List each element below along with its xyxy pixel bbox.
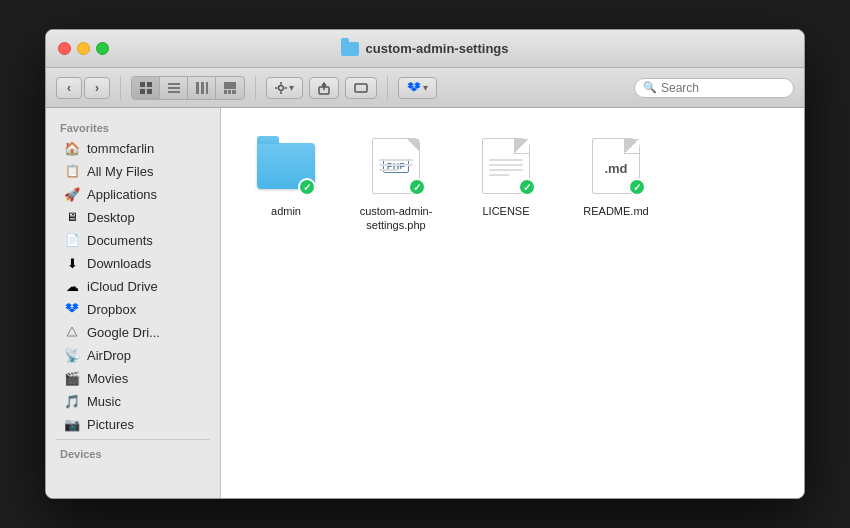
svg-rect-8	[201, 82, 204, 94]
license-file-lines	[489, 159, 523, 179]
movies-icon: 🎬	[64, 370, 80, 386]
sidebar-item-label: AirDrop	[87, 348, 131, 363]
dropbox-icon	[407, 82, 421, 94]
sidebar-item-label: Pictures	[87, 417, 134, 432]
sidebar-item-label: Downloads	[87, 256, 151, 271]
documents-icon: 📄	[64, 232, 80, 248]
sidebar-item-label: Applications	[87, 187, 157, 202]
file-label-php: custom-admin- settings.php	[360, 204, 433, 233]
svg-rect-21	[355, 84, 367, 92]
sidebar-item-google-drive[interactable]: Google Dri...	[50, 321, 216, 343]
sidebar-item-label: iCloud Drive	[87, 279, 158, 294]
file-icon-wrapper-php: PHP ✓	[364, 134, 428, 198]
sidebar-item-pictures[interactable]: 📷 Pictures	[50, 413, 216, 435]
file-line	[489, 169, 523, 171]
svg-rect-2	[140, 89, 145, 94]
sidebar-section-favorites: Favorites	[46, 118, 220, 136]
svg-rect-4	[168, 83, 180, 85]
sidebar-item-applications[interactable]: 🚀 Applications	[50, 183, 216, 205]
check-badge-admin: ✓	[298, 178, 316, 196]
sidebar-item-movies[interactable]: 🎬 Movies	[50, 367, 216, 389]
sidebar: Favorites 🏠 tommcfarlin 📋 All My Files 🚀…	[46, 108, 221, 498]
icloud-icon: ☁	[64, 278, 80, 294]
svg-rect-7	[196, 82, 199, 94]
list-view-button[interactable]	[160, 77, 188, 99]
search-input[interactable]	[661, 81, 785, 95]
md-label: .md	[604, 161, 627, 176]
svg-rect-12	[228, 90, 231, 94]
dropbox-button[interactable]: ▾	[398, 77, 437, 99]
check-badge-license: ✓	[518, 178, 536, 196]
home-icon: 🏠	[64, 140, 80, 156]
svg-rect-0	[140, 82, 145, 87]
file-line	[379, 164, 413, 166]
search-icon: 🔍	[643, 81, 657, 94]
svg-rect-1	[147, 82, 152, 87]
gear-icon	[275, 82, 287, 94]
dropbox-sidebar-icon	[64, 301, 80, 317]
sidebar-item-desktop[interactable]: 🖥 Desktop	[50, 206, 216, 228]
sidebar-item-icloud[interactable]: ☁ iCloud Drive	[50, 275, 216, 297]
window-title-area: custom-admin-settings	[341, 41, 508, 56]
titlebar: custom-admin-settings	[46, 30, 804, 68]
icon-view-button[interactable]	[132, 77, 160, 99]
sidebar-item-downloads[interactable]: ⬇ Downloads	[50, 252, 216, 274]
file-line	[489, 164, 523, 166]
sidebar-item-label: tommcfarlin	[87, 141, 154, 156]
file-icon-wrapper-license: ✓	[474, 134, 538, 198]
svg-point-14	[279, 85, 284, 90]
applications-icon: 🚀	[64, 186, 80, 202]
file-line	[489, 174, 509, 176]
fullscreen-button[interactable]	[345, 77, 377, 99]
svg-rect-15	[280, 82, 282, 85]
separator-3	[387, 76, 388, 100]
sidebar-item-tommcfarlin[interactable]: 🏠 tommcfarlin	[50, 137, 216, 159]
sidebar-item-documents[interactable]: 📄 Documents	[50, 229, 216, 251]
sidebar-item-label: Movies	[87, 371, 128, 386]
sidebar-item-dropbox[interactable]: Dropbox	[50, 298, 216, 320]
file-item-license[interactable]: ✓ LICENSE	[461, 128, 551, 239]
list-view-icon	[167, 81, 181, 95]
fullscreen-icon	[354, 83, 368, 93]
file-item-php[interactable]: PHP ✓ custom-admin- settings.php	[351, 128, 441, 239]
sidebar-item-music[interactable]: 🎵 Music	[50, 390, 216, 412]
file-item-readme[interactable]: .md ✓ README.md	[571, 128, 661, 239]
svg-rect-10	[224, 82, 236, 89]
column-view-button[interactable]	[188, 77, 216, 99]
back-button[interactable]: ‹	[56, 77, 82, 99]
pictures-icon: 📷	[64, 416, 80, 432]
sidebar-item-label: Documents	[87, 233, 153, 248]
google-drive-icon	[64, 324, 80, 340]
toolbar: ‹ ›	[46, 68, 804, 108]
cover-flow-button[interactable]	[216, 77, 244, 99]
action-button[interactable]: ▾	[266, 77, 303, 99]
file-item-admin[interactable]: ✓ admin	[241, 128, 331, 239]
file-line	[379, 159, 413, 161]
view-buttons	[131, 76, 245, 100]
sidebar-section-devices: Devices	[46, 444, 220, 462]
svg-rect-18	[285, 87, 288, 89]
svg-rect-11	[224, 90, 227, 94]
close-button[interactable]	[58, 42, 71, 55]
file-area: ✓ admin PHP ✓ custom	[221, 108, 804, 498]
forward-button[interactable]: ›	[84, 77, 110, 99]
sidebar-item-all-my-files[interactable]: 📋 All My Files	[50, 160, 216, 182]
maximize-button[interactable]	[96, 42, 109, 55]
share-icon	[318, 81, 330, 95]
traffic-lights	[58, 42, 109, 55]
sidebar-divider	[56, 439, 210, 440]
main-content: Favorites 🏠 tommcfarlin 📋 All My Files 🚀…	[46, 108, 804, 498]
minimize-button[interactable]	[77, 42, 90, 55]
svg-rect-9	[206, 82, 208, 94]
search-box[interactable]: 🔍	[634, 78, 794, 98]
column-view-icon	[195, 81, 209, 95]
share-button[interactable]	[309, 77, 339, 99]
separator-1	[120, 76, 121, 100]
action-dropdown-arrow: ▾	[289, 82, 294, 93]
file-label-admin: admin	[271, 204, 301, 218]
cover-flow-icon	[223, 81, 237, 95]
sidebar-item-label: All My Files	[87, 164, 153, 179]
sidebar-item-airdrop[interactable]: 📡 AirDrop	[50, 344, 216, 366]
desktop-icon: 🖥	[64, 209, 80, 225]
window-title: custom-admin-settings	[365, 41, 508, 56]
